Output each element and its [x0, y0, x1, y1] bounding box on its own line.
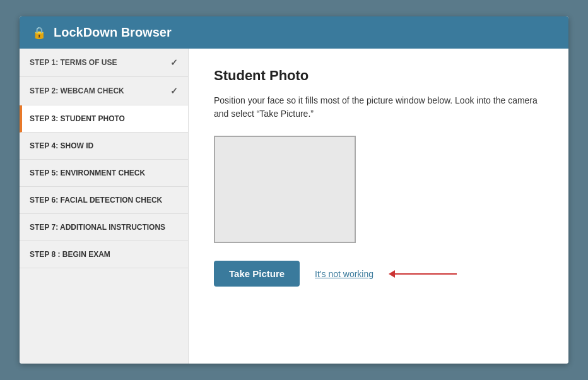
- page-description: Position your face so it fills most of t…: [214, 94, 543, 121]
- sidebar-item-step1[interactable]: STEP 1: TERMS OF USE✓: [20, 49, 188, 77]
- check-icon: ✓: [170, 86, 178, 96]
- sidebar-item-step7[interactable]: STEP 7: ADDITIONAL INSTRUCTIONS: [20, 214, 188, 241]
- page-title: Student Photo: [214, 68, 543, 84]
- sidebar-item-step3[interactable]: STEP 3: STUDENT PHOTO: [20, 105, 188, 133]
- sidebar-item-step8[interactable]: STEP 8 : BEGIN EXAM: [20, 241, 188, 268]
- sidebar-item-label: STEP 7: ADDITIONAL INSTRUCTIONS: [30, 223, 165, 232]
- content-area: Student Photo Position your face so it f…: [189, 49, 568, 364]
- sidebar-item-label: STEP 6: FACIAL DETECTION CHECK: [30, 196, 162, 205]
- sidebar-item-label: STEP 1: TERMS OF USE: [30, 58, 117, 67]
- check-icon: ✓: [170, 57, 178, 68]
- camera-preview: [214, 136, 356, 243]
- app-window: 🔒 LockDown Browser STEP 1: TERMS OF USE✓…: [20, 16, 568, 364]
- sidebar-item-step2[interactable]: STEP 2: WEBCAM CHECK✓: [20, 77, 188, 105]
- arrow-line: [394, 273, 457, 275]
- sidebar-item-step5[interactable]: STEP 5: ENVIRONMENT CHECK: [20, 160, 188, 187]
- not-working-link[interactable]: It's not working: [315, 269, 373, 279]
- app-title: LockDown Browser: [54, 25, 172, 40]
- action-bar: Take Picture It's not working: [214, 261, 543, 287]
- app-body: STEP 1: TERMS OF USE✓STEP 2: WEBCAM CHEC…: [20, 49, 568, 364]
- sidebar-item-label: STEP 4: SHOW ID: [30, 141, 93, 150]
- sidebar-item-label: STEP 5: ENVIRONMENT CHECK: [30, 169, 145, 177]
- sidebar-item-label: STEP 8 : BEGIN EXAM: [30, 250, 110, 259]
- arrow-indicator: [389, 273, 457, 275]
- lock-icon: 🔒: [32, 26, 46, 40]
- sidebar-item-label: STEP 2: WEBCAM CHECK: [30, 86, 124, 95]
- take-picture-button[interactable]: Take Picture: [214, 261, 300, 287]
- app-header: 🔒 LockDown Browser: [20, 16, 568, 49]
- sidebar-item-step4[interactable]: STEP 4: SHOW ID: [20, 133, 188, 160]
- sidebar-item-label: STEP 3: STUDENT PHOTO: [30, 114, 125, 123]
- sidebar: STEP 1: TERMS OF USE✓STEP 2: WEBCAM CHEC…: [20, 49, 189, 364]
- sidebar-item-step6[interactable]: STEP 6: FACIAL DETECTION CHECK: [20, 187, 188, 214]
